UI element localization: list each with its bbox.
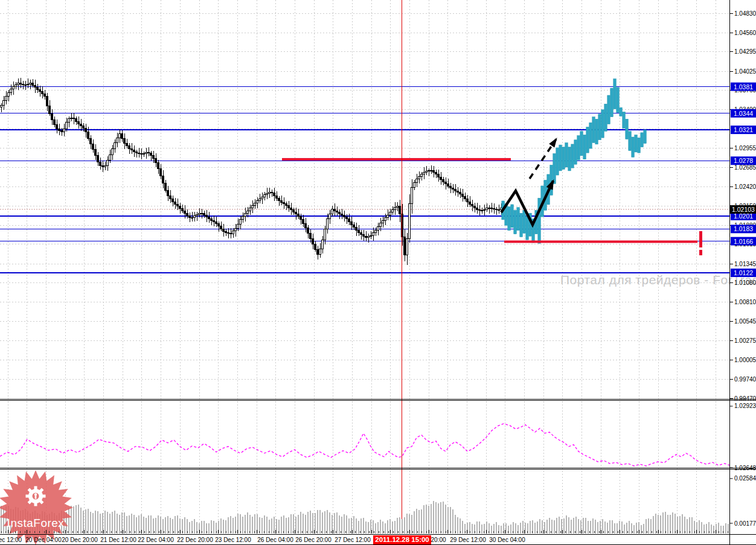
candle-body (469, 202, 471, 204)
forecast-bar (601, 110, 604, 138)
candle-body (245, 213, 246, 216)
time-axis-label: 27 Dec 12:00 (335, 537, 371, 543)
candle-body (409, 204, 411, 239)
price-axis[interactable]: 1.037601.034901.021501.018801.016151.048… (730, 10, 756, 527)
candle-body (339, 212, 341, 214)
candle-body (189, 215, 191, 217)
candle-body (90, 138, 92, 144)
price-level-badge: 1.0166 (731, 237, 756, 246)
candle-body (5, 96, 7, 101)
candle-body (162, 176, 164, 183)
current-price-badge: 1.02103 (730, 205, 756, 214)
candle-body (13, 86, 14, 89)
candle-body (15, 85, 17, 87)
time-axis[interactable]: ec 12:0020 Dec 04:0020 Dec 20:0021 Dec 1… (0, 530, 728, 543)
candle-body (474, 206, 476, 208)
candle-body (457, 191, 459, 192)
forecast-bar (629, 131, 632, 150)
candle-body (433, 171, 435, 172)
candle-body (443, 180, 444, 182)
candle-body (370, 235, 372, 237)
candle-body (317, 249, 319, 254)
indicator-tick-label: 1.02923 (734, 403, 756, 409)
candle-body (153, 155, 155, 158)
forecast-bar (571, 144, 574, 168)
volume-tick-label: 0.00177 (734, 520, 756, 527)
forecast-bar (610, 88, 613, 117)
candle-body (341, 214, 343, 215)
candle-body (404, 237, 406, 255)
chart-canvas[interactable]: Портал для трейдеров - ForTrader.ru1.037… (0, 0, 756, 545)
candle-body (286, 204, 287, 206)
candle-body (411, 187, 413, 204)
candle-body (114, 143, 116, 149)
candle-body (254, 203, 256, 206)
candle-body (387, 215, 389, 217)
candle-body (100, 162, 101, 166)
candle-body (298, 214, 300, 217)
price-tick-label: 0.99740 (734, 376, 756, 383)
candle-body (435, 172, 437, 174)
candle-body (230, 234, 232, 234)
candle-body (97, 155, 99, 162)
candle-body (332, 209, 333, 214)
candle-body (334, 209, 336, 211)
candle-body (447, 184, 449, 186)
candle-body (290, 208, 292, 210)
candle-body (218, 224, 220, 226)
candle-body (175, 202, 176, 205)
candle-body (373, 233, 374, 235)
price-level-badge: 1.0278 (731, 156, 756, 165)
forecast-bar (514, 210, 517, 234)
candle-body (295, 212, 297, 214)
forecast-bar (632, 137, 635, 157)
candle-body (102, 166, 104, 167)
candle-body (440, 177, 442, 180)
forecast-bar (559, 145, 562, 171)
red-hline (282, 158, 511, 161)
candle-body (61, 131, 63, 132)
candle-body (346, 217, 348, 219)
candle-body (472, 204, 473, 206)
candle-body (170, 196, 171, 199)
forecast-bar (508, 206, 511, 230)
candle-body (63, 129, 65, 132)
candle-body (428, 170, 430, 171)
candle-body (66, 123, 68, 129)
candle-body (336, 211, 338, 212)
forecast-bar (523, 210, 526, 233)
indicator-tick-label: 1.02648 (734, 465, 756, 471)
candle-body (491, 208, 493, 208)
candle-body (438, 174, 440, 177)
candle-body (143, 153, 145, 154)
candle-body (141, 154, 143, 155)
candle-body (3, 101, 5, 106)
time-axis-label: 26 Dec 04:00 (257, 537, 293, 543)
candle-body (131, 148, 133, 150)
time-axis-label: 23 Dec 12:00 (215, 537, 251, 543)
candle-body (85, 128, 87, 132)
candle-body (315, 244, 316, 250)
price-tick-label: 1.00810 (734, 299, 756, 305)
time-axis-label: 30 Dec 04:00 (489, 537, 525, 543)
candle-body (32, 83, 34, 86)
forecast-bar (565, 143, 568, 167)
candle-body (37, 88, 39, 90)
candle-body (20, 83, 22, 84)
candle-body (344, 215, 345, 217)
candle-body (385, 217, 386, 220)
candle-body (42, 92, 43, 94)
instaforex-gear-icon (26, 486, 46, 506)
candle-body (203, 213, 205, 215)
forecast-bar (595, 119, 598, 144)
candle-body (46, 96, 48, 106)
candle-body (414, 182, 415, 187)
forecast-bar (574, 140, 577, 164)
candle-body (450, 186, 452, 188)
price-tick-label: 1.00005 (734, 357, 756, 363)
candle-body (307, 228, 309, 234)
candle-body (394, 208, 396, 210)
candle-body (235, 228, 237, 231)
price-level-badge: 1.0183 (731, 225, 756, 233)
forecast-bar (623, 112, 626, 128)
